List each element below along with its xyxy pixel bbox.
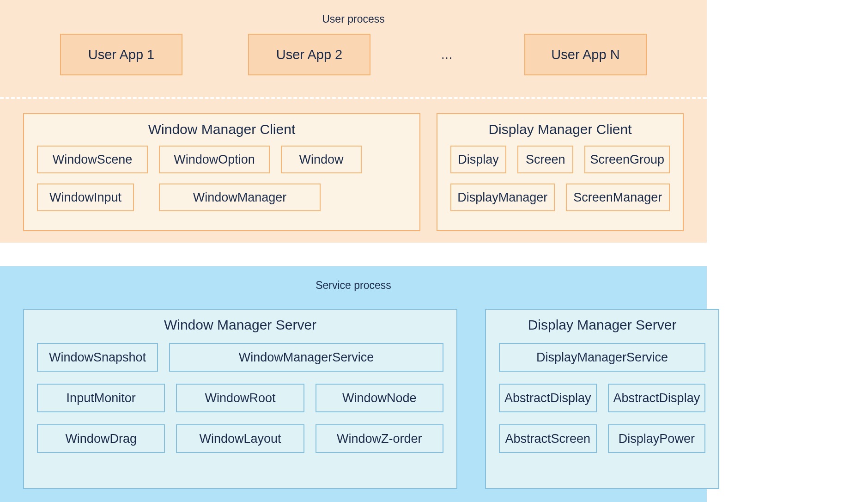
wms-row1: WindowSnapshot WindowManagerService (37, 343, 443, 372)
window-manager-client: Window Manager Client WindowScene Window… (23, 113, 420, 231)
module-windowmanagerservice: WindowManagerService (169, 343, 443, 372)
module-abstractdisplay-2: AbstractDisplay (608, 384, 706, 412)
module-windowzorder: WindowZ-order (316, 424, 443, 453)
service-process-title: Service process (0, 279, 707, 292)
display-manager-client-title: Display Manager Client (450, 122, 670, 137)
server-row: Window Manager Server WindowSnapshot Win… (23, 309, 684, 489)
module-windowinput: WindowInput (37, 184, 134, 211)
module-abstractscreen: AbstractScreen (499, 424, 597, 453)
display-manager-client: Display Manager Client Display Screen Sc… (437, 113, 684, 231)
user-app-2: User App 2 (248, 34, 370, 75)
window-manager-server: Window Manager Server WindowSnapshot Win… (23, 309, 457, 489)
module-windowlayout: WindowLayout (176, 424, 304, 453)
module-screengroup: ScreenGroup (584, 146, 670, 173)
module-screen: Screen (517, 146, 573, 173)
wms-row3: WindowDrag WindowLayout WindowZ-order (37, 424, 443, 453)
service-process-container: Service process Window Manager Server Wi… (0, 266, 707, 502)
dmc-row2: DisplayManager ScreenManager (450, 184, 670, 211)
display-manager-server-title: Display Manager Server (499, 317, 705, 333)
module-windowroot: WindowRoot (176, 384, 304, 412)
window-manager-server-title: Window Manager Server (37, 317, 443, 333)
user-apps-row: User App 1 User App 2 … User App N (60, 34, 647, 75)
client-row: Window Manager Client WindowScene Window… (23, 113, 684, 231)
module-displaymanagerservice: DisplayManagerService (499, 343, 705, 372)
user-process-title: User process (0, 13, 707, 25)
module-abstractdisplay-1: AbstractDisplay (499, 384, 597, 412)
module-display: Display (450, 146, 506, 173)
dms-row2: AbstractDisplay AbstractDisplay (499, 384, 705, 412)
dmc-row1: Display Screen ScreenGroup (450, 146, 670, 173)
module-windowdrag: WindowDrag (37, 424, 165, 453)
user-app-n: User App N (524, 34, 647, 75)
module-inputmonitor: InputMonitor (37, 384, 165, 412)
module-windowoption: WindowOption (159, 146, 270, 173)
dms-row3: AbstractScreen DisplayPower (499, 424, 705, 453)
wms-row2: InputMonitor WindowRoot WindowNode (37, 384, 443, 412)
module-windowscene: WindowScene (37, 146, 148, 173)
module-displaypower: DisplayPower (608, 424, 706, 453)
module-window: Window (281, 146, 362, 173)
module-windownode: WindowNode (316, 384, 443, 412)
module-screenmanager: ScreenManager (566, 184, 670, 211)
wmc-row1: WindowScene WindowOption Window (37, 146, 407, 173)
user-process-container: User process User App 1 User App 2 … Use… (0, 0, 707, 243)
module-windowmanager: WindowManager (159, 184, 321, 211)
window-manager-client-title: Window Manager Client (37, 122, 407, 137)
wmc-row2: WindowInput WindowManager (37, 184, 407, 211)
module-displaymanager: DisplayManager (450, 184, 555, 211)
display-manager-server: Display Manager Server DisplayManagerSer… (485, 309, 719, 489)
module-windowsnapshot: WindowSnapshot (37, 343, 158, 372)
apps-ellipsis: … (436, 48, 459, 62)
dashed-divider (0, 97, 707, 99)
user-app-1: User App 1 (60, 34, 182, 75)
dms-row1: DisplayManagerService (499, 343, 705, 372)
